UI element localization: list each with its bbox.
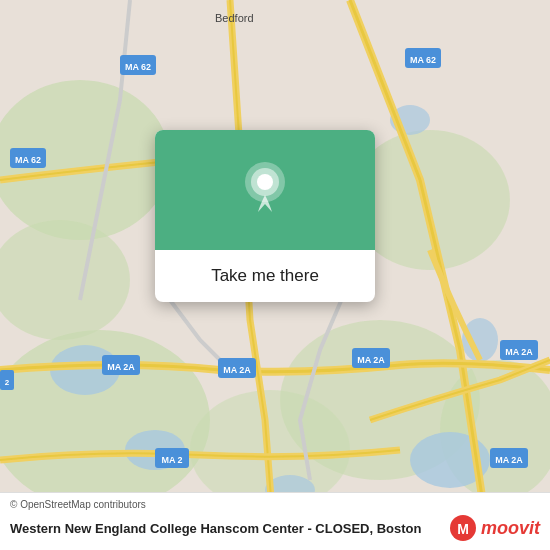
- svg-text:MA 2A: MA 2A: [505, 347, 533, 357]
- osm-attribution: © OpenStreetMap contributors: [10, 499, 540, 510]
- moovit-text: moovit: [481, 518, 540, 539]
- popup-card: Take me there: [155, 130, 375, 302]
- map-container: Bedford MA 62 MA 62 MA 62 MA 2A MA 2A MA…: [0, 0, 550, 550]
- location-pin-icon: [240, 160, 290, 220]
- svg-text:MA 2A: MA 2A: [107, 362, 135, 372]
- svg-text:MA 2A: MA 2A: [223, 365, 251, 375]
- location-row: Western New England College Hanscom Cent…: [10, 514, 540, 542]
- svg-text:MA 62: MA 62: [410, 55, 436, 65]
- popup-header: [155, 130, 375, 250]
- take-me-there-button[interactable]: Take me there: [203, 262, 327, 290]
- svg-text:MA 62: MA 62: [15, 155, 41, 165]
- svg-text:MA 2A: MA 2A: [495, 455, 523, 465]
- popup-button-area[interactable]: Take me there: [155, 250, 375, 302]
- svg-text:2: 2: [5, 378, 10, 387]
- location-name: Western New England College Hanscom Cent…: [10, 521, 449, 536]
- attribution-text: © OpenStreetMap contributors: [10, 499, 146, 510]
- moovit-logo: M moovit: [449, 514, 540, 542]
- svg-text:MA 2: MA 2: [161, 455, 182, 465]
- bottom-bar: © OpenStreetMap contributors Western New…: [0, 492, 550, 550]
- svg-text:M: M: [457, 521, 469, 537]
- svg-text:MA 2A: MA 2A: [357, 355, 385, 365]
- svg-text:Bedford: Bedford: [215, 12, 254, 24]
- moovit-icon: M: [449, 514, 477, 542]
- svg-point-37: [257, 174, 273, 190]
- svg-text:MA 62: MA 62: [125, 62, 151, 72]
